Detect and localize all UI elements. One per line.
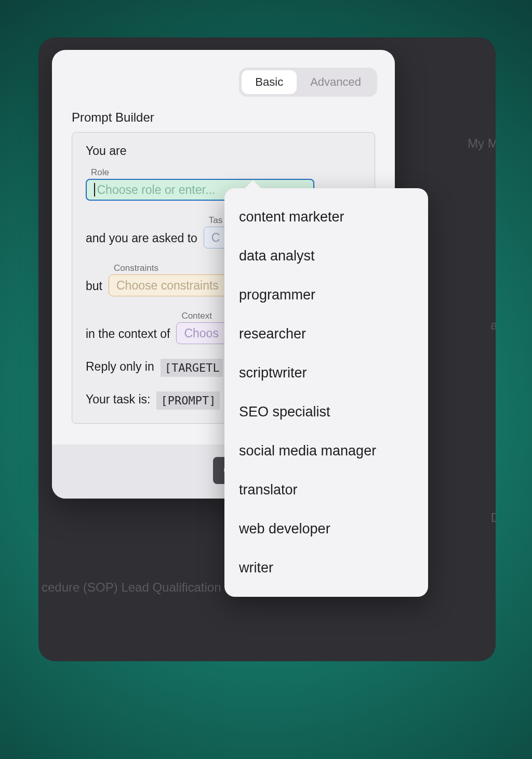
role-option-social-media-manager[interactable]: social media manager: [224, 431, 428, 470]
bg-text: D: [491, 511, 496, 525]
text-your-task: Your task is:: [86, 392, 150, 410]
text-but: but: [86, 279, 102, 296]
role-option-seo-specialist[interactable]: SEO specialist: [224, 392, 428, 431]
task-placeholder: C: [211, 231, 220, 245]
text-you-are: You are: [86, 144, 126, 161]
role-label: Role: [91, 167, 314, 178]
constraints-placeholder: Choose constraints: [116, 279, 219, 293]
bg-text: at: [490, 318, 496, 333]
text-asked-to: and you are asked to: [86, 231, 197, 248]
role-option-content-marketer[interactable]: content marketer: [224, 198, 428, 237]
tab-advanced[interactable]: Advanced: [297, 70, 375, 94]
role-option-web-developer[interactable]: web developer: [224, 509, 428, 548]
text-cursor: [94, 183, 95, 197]
tab-basic[interactable]: Basic: [242, 70, 297, 94]
context-placeholder: Choos: [184, 326, 218, 341]
role-option-researcher[interactable]: researcher: [224, 315, 428, 354]
modal-title: Prompt Builder: [52, 97, 395, 132]
tabs: Basic Advanced: [239, 68, 377, 97]
role-dropdown: content marketer data analyst programmer…: [224, 188, 428, 597]
role-option-translator[interactable]: translator: [224, 470, 428, 509]
role-placeholder: Choose role or enter...: [97, 183, 216, 197]
target-lang-token: [TARGETL: [161, 359, 223, 377]
text-context-of: in the context of: [86, 327, 170, 344]
role-option-scriptwriter[interactable]: scriptwriter: [224, 354, 428, 392]
text-reply-only: Reply only in: [86, 360, 154, 377]
prompt-token: [PROMPT]: [156, 391, 220, 410]
bg-text: My Ma: [468, 136, 496, 151]
role-option-programmer[interactable]: programmer: [224, 276, 428, 315]
role-option-data-analyst[interactable]: data analyst: [224, 237, 428, 276]
tabs-container: Basic Advanced: [52, 50, 395, 97]
role-option-writer[interactable]: writer: [224, 548, 428, 587]
bg-text: cedure (SOP) Lead Qualification: [42, 580, 221, 595]
